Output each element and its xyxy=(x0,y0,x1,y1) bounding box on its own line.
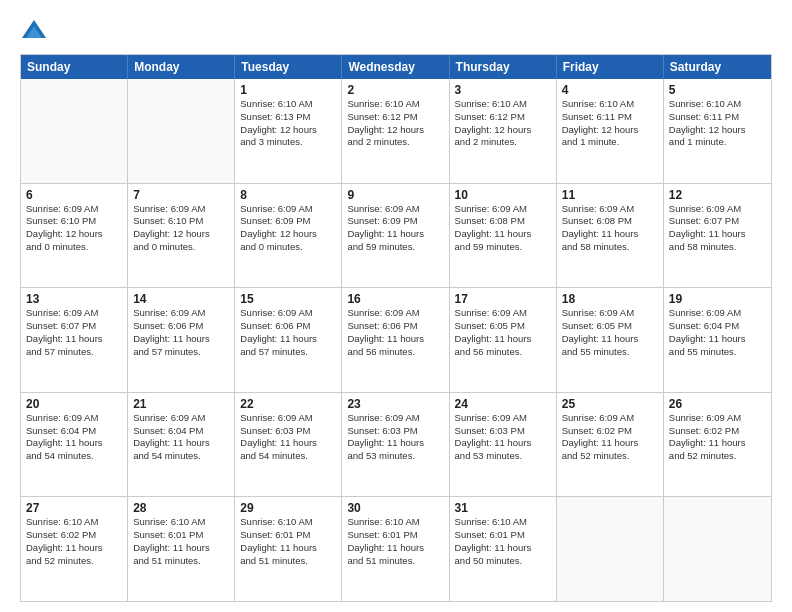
day-number: 26 xyxy=(669,397,766,411)
day-number: 3 xyxy=(455,83,551,97)
cell-info: Sunrise: 6:10 AM Sunset: 6:01 PM Dayligh… xyxy=(240,516,336,567)
cell-info: Sunrise: 6:09 AM Sunset: 6:03 PM Dayligh… xyxy=(455,412,551,463)
day-number: 7 xyxy=(133,188,229,202)
header-day: Tuesday xyxy=(235,55,342,79)
cell-info: Sunrise: 6:09 AM Sunset: 6:05 PM Dayligh… xyxy=(562,307,658,358)
calendar-cell xyxy=(21,79,128,183)
day-number: 10 xyxy=(455,188,551,202)
calendar-cell: 25Sunrise: 6:09 AM Sunset: 6:02 PM Dayli… xyxy=(557,393,664,497)
calendar-cell: 15Sunrise: 6:09 AM Sunset: 6:06 PM Dayli… xyxy=(235,288,342,392)
calendar-cell: 2Sunrise: 6:10 AM Sunset: 6:12 PM Daylig… xyxy=(342,79,449,183)
cell-info: Sunrise: 6:10 AM Sunset: 6:11 PM Dayligh… xyxy=(562,98,658,149)
calendar-cell: 13Sunrise: 6:09 AM Sunset: 6:07 PM Dayli… xyxy=(21,288,128,392)
cell-info: Sunrise: 6:09 AM Sunset: 6:04 PM Dayligh… xyxy=(26,412,122,463)
header xyxy=(20,18,772,46)
cell-info: Sunrise: 6:09 AM Sunset: 6:08 PM Dayligh… xyxy=(562,203,658,254)
calendar-cell: 4Sunrise: 6:10 AM Sunset: 6:11 PM Daylig… xyxy=(557,79,664,183)
calendar-cell: 19Sunrise: 6:09 AM Sunset: 6:04 PM Dayli… xyxy=(664,288,771,392)
cell-info: Sunrise: 6:10 AM Sunset: 6:01 PM Dayligh… xyxy=(133,516,229,567)
calendar-cell: 12Sunrise: 6:09 AM Sunset: 6:07 PM Dayli… xyxy=(664,184,771,288)
cell-info: Sunrise: 6:09 AM Sunset: 6:10 PM Dayligh… xyxy=(133,203,229,254)
day-number: 25 xyxy=(562,397,658,411)
day-number: 2 xyxy=(347,83,443,97)
day-number: 11 xyxy=(562,188,658,202)
calendar-cell xyxy=(557,497,664,601)
cell-info: Sunrise: 6:09 AM Sunset: 6:10 PM Dayligh… xyxy=(26,203,122,254)
day-number: 17 xyxy=(455,292,551,306)
header-day: Saturday xyxy=(664,55,771,79)
calendar-body: 1Sunrise: 6:10 AM Sunset: 6:13 PM Daylig… xyxy=(21,79,771,601)
cell-info: Sunrise: 6:10 AM Sunset: 6:12 PM Dayligh… xyxy=(347,98,443,149)
day-number: 16 xyxy=(347,292,443,306)
header-day: Monday xyxy=(128,55,235,79)
day-number: 14 xyxy=(133,292,229,306)
cell-info: Sunrise: 6:09 AM Sunset: 6:09 PM Dayligh… xyxy=(240,203,336,254)
cell-info: Sunrise: 6:09 AM Sunset: 6:04 PM Dayligh… xyxy=(133,412,229,463)
logo xyxy=(20,18,52,46)
calendar-header: SundayMondayTuesdayWednesdayThursdayFrid… xyxy=(21,55,771,79)
header-day: Wednesday xyxy=(342,55,449,79)
cell-info: Sunrise: 6:09 AM Sunset: 6:02 PM Dayligh… xyxy=(669,412,766,463)
calendar-cell: 31Sunrise: 6:10 AM Sunset: 6:01 PM Dayli… xyxy=(450,497,557,601)
cell-info: Sunrise: 6:10 AM Sunset: 6:12 PM Dayligh… xyxy=(455,98,551,149)
day-number: 18 xyxy=(562,292,658,306)
cell-info: Sunrise: 6:09 AM Sunset: 6:08 PM Dayligh… xyxy=(455,203,551,254)
calendar-cell: 30Sunrise: 6:10 AM Sunset: 6:01 PM Dayli… xyxy=(342,497,449,601)
day-number: 13 xyxy=(26,292,122,306)
calendar-cell: 28Sunrise: 6:10 AM Sunset: 6:01 PM Dayli… xyxy=(128,497,235,601)
day-number: 24 xyxy=(455,397,551,411)
calendar: SundayMondayTuesdayWednesdayThursdayFrid… xyxy=(20,54,772,602)
calendar-cell: 6Sunrise: 6:09 AM Sunset: 6:10 PM Daylig… xyxy=(21,184,128,288)
day-number: 21 xyxy=(133,397,229,411)
cell-info: Sunrise: 6:09 AM Sunset: 6:02 PM Dayligh… xyxy=(562,412,658,463)
day-number: 1 xyxy=(240,83,336,97)
day-number: 6 xyxy=(26,188,122,202)
calendar-cell: 3Sunrise: 6:10 AM Sunset: 6:12 PM Daylig… xyxy=(450,79,557,183)
calendar-cell: 1Sunrise: 6:10 AM Sunset: 6:13 PM Daylig… xyxy=(235,79,342,183)
header-day: Sunday xyxy=(21,55,128,79)
day-number: 28 xyxy=(133,501,229,515)
header-day: Friday xyxy=(557,55,664,79)
day-number: 4 xyxy=(562,83,658,97)
calendar-row: 6Sunrise: 6:09 AM Sunset: 6:10 PM Daylig… xyxy=(21,183,771,288)
cell-info: Sunrise: 6:09 AM Sunset: 6:07 PM Dayligh… xyxy=(669,203,766,254)
calendar-cell: 16Sunrise: 6:09 AM Sunset: 6:06 PM Dayli… xyxy=(342,288,449,392)
day-number: 31 xyxy=(455,501,551,515)
calendar-cell: 18Sunrise: 6:09 AM Sunset: 6:05 PM Dayli… xyxy=(557,288,664,392)
calendar-cell: 10Sunrise: 6:09 AM Sunset: 6:08 PM Dayli… xyxy=(450,184,557,288)
cell-info: Sunrise: 6:10 AM Sunset: 6:11 PM Dayligh… xyxy=(669,98,766,149)
day-number: 20 xyxy=(26,397,122,411)
cell-info: Sunrise: 6:09 AM Sunset: 6:03 PM Dayligh… xyxy=(347,412,443,463)
day-number: 8 xyxy=(240,188,336,202)
calendar-cell: 7Sunrise: 6:09 AM Sunset: 6:10 PM Daylig… xyxy=(128,184,235,288)
calendar-row: 20Sunrise: 6:09 AM Sunset: 6:04 PM Dayli… xyxy=(21,392,771,497)
calendar-row: 27Sunrise: 6:10 AM Sunset: 6:02 PM Dayli… xyxy=(21,496,771,601)
calendar-cell: 27Sunrise: 6:10 AM Sunset: 6:02 PM Dayli… xyxy=(21,497,128,601)
day-number: 30 xyxy=(347,501,443,515)
cell-info: Sunrise: 6:10 AM Sunset: 6:01 PM Dayligh… xyxy=(455,516,551,567)
cell-info: Sunrise: 6:10 AM Sunset: 6:01 PM Dayligh… xyxy=(347,516,443,567)
day-number: 12 xyxy=(669,188,766,202)
calendar-cell: 9Sunrise: 6:09 AM Sunset: 6:09 PM Daylig… xyxy=(342,184,449,288)
calendar-cell: 20Sunrise: 6:09 AM Sunset: 6:04 PM Dayli… xyxy=(21,393,128,497)
cell-info: Sunrise: 6:09 AM Sunset: 6:03 PM Dayligh… xyxy=(240,412,336,463)
cell-info: Sunrise: 6:10 AM Sunset: 6:13 PM Dayligh… xyxy=(240,98,336,149)
calendar-cell: 24Sunrise: 6:09 AM Sunset: 6:03 PM Dayli… xyxy=(450,393,557,497)
cell-info: Sunrise: 6:09 AM Sunset: 6:06 PM Dayligh… xyxy=(347,307,443,358)
day-number: 27 xyxy=(26,501,122,515)
calendar-cell: 26Sunrise: 6:09 AM Sunset: 6:02 PM Dayli… xyxy=(664,393,771,497)
calendar-cell: 5Sunrise: 6:10 AM Sunset: 6:11 PM Daylig… xyxy=(664,79,771,183)
calendar-row: 1Sunrise: 6:10 AM Sunset: 6:13 PM Daylig… xyxy=(21,79,771,183)
calendar-cell: 17Sunrise: 6:09 AM Sunset: 6:05 PM Dayli… xyxy=(450,288,557,392)
page: SundayMondayTuesdayWednesdayThursdayFrid… xyxy=(0,0,792,612)
calendar-row: 13Sunrise: 6:09 AM Sunset: 6:07 PM Dayli… xyxy=(21,287,771,392)
calendar-cell: 23Sunrise: 6:09 AM Sunset: 6:03 PM Dayli… xyxy=(342,393,449,497)
cell-info: Sunrise: 6:09 AM Sunset: 6:06 PM Dayligh… xyxy=(240,307,336,358)
cell-info: Sunrise: 6:09 AM Sunset: 6:05 PM Dayligh… xyxy=(455,307,551,358)
day-number: 15 xyxy=(240,292,336,306)
day-number: 22 xyxy=(240,397,336,411)
day-number: 5 xyxy=(669,83,766,97)
cell-info: Sunrise: 6:09 AM Sunset: 6:06 PM Dayligh… xyxy=(133,307,229,358)
calendar-cell: 11Sunrise: 6:09 AM Sunset: 6:08 PM Dayli… xyxy=(557,184,664,288)
cell-info: Sunrise: 6:09 AM Sunset: 6:04 PM Dayligh… xyxy=(669,307,766,358)
